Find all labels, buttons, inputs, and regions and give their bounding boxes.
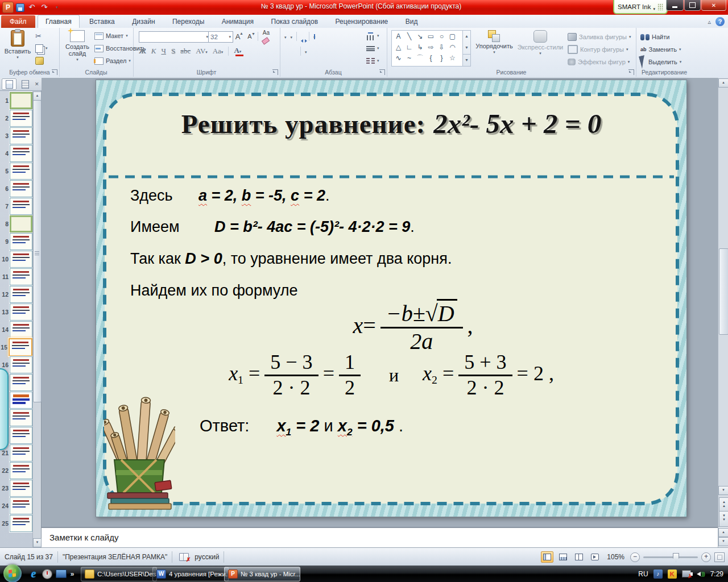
tab-review[interactable]: Рецензирование (328, 15, 396, 28)
slide-thumbnail-13[interactable]: 13 (0, 303, 32, 321)
columns-button[interactable]: ▾ (305, 48, 307, 55)
body-line-4[interactable]: Найдем их по формуле (130, 282, 297, 300)
text-shadow-button[interactable]: S (171, 47, 175, 56)
shape-icon[interactable]: ○ (436, 31, 447, 42)
slide-scrollbar[interactable]: ▲ ▼ ▲▲ ▼▼ (718, 78, 728, 526)
bullets-button[interactable]: ▾ (284, 33, 287, 40)
zoom-in-button[interactable]: + (701, 552, 711, 562)
line-spacing-button[interactable]: ▾ (313, 33, 316, 40)
shape-effects-button[interactable]: Эффекты фигур▾ (568, 57, 630, 67)
start-button[interactable] (3, 564, 22, 582)
font-size-combo[interactable]: 32▾ (208, 31, 233, 43)
bold-button[interactable]: Ж (139, 47, 146, 56)
drawing-dialog-launcher-icon[interactable] (628, 69, 634, 75)
normal-view-button[interactable] (541, 551, 553, 563)
notes-scrollbar[interactable]: ▲ ▼ (718, 527, 728, 547)
copy-button[interactable]: ▾ (35, 43, 48, 53)
body-line-3[interactable]: Так как D > 0, то уравнение имеет два ко… (130, 250, 452, 268)
paste-button[interactable]: Вставить ▾ (5, 30, 31, 59)
collapse-ribbon-icon[interactable]: ▵ (708, 18, 711, 26)
shape-icon[interactable]: ↘ (415, 31, 425, 42)
scroll-thumb[interactable] (719, 248, 728, 335)
tab-insert[interactable]: Вставка (82, 15, 122, 28)
panel-close-icon[interactable]: ✕ (35, 81, 39, 87)
text-direction-button[interactable]: ▾ (366, 31, 379, 41)
italic-button[interactable]: К (151, 47, 156, 56)
shape-icon[interactable]: ╲ (404, 31, 415, 42)
strikethrough-button[interactable]: abc (180, 47, 191, 56)
cut-button[interactable]: ✂ (35, 31, 42, 41)
shape-icon[interactable]: ↳ (415, 42, 425, 53)
shape-icon[interactable]: ∿ (393, 53, 404, 64)
select-button[interactable]: Выделить▾ (640, 57, 681, 67)
notes-scroll-up-icon[interactable]: ▲ (718, 528, 728, 537)
slide-thumbnail-23[interactable]: 23 (0, 479, 32, 497)
slide-thumbnail-12[interactable]: 12 (0, 285, 32, 303)
slide-thumbnail-24[interactable]: 24 (0, 497, 32, 514)
language-tray-indicator[interactable]: RU (638, 570, 648, 578)
zoom-slider-thumb[interactable] (673, 553, 679, 562)
formula-root-values[interactable]: x1 =5 − 32 · 2=12 и x2 =5 + 32 · 2= 2 , (96, 352, 686, 399)
redo-icon[interactable]: ↷ (39, 2, 49, 13)
shape-outline-button[interactable]: Контур фигуры▾ (568, 44, 628, 55)
language-indicator[interactable]: русский (195, 553, 219, 561)
slide-thumbnail-7[interactable]: 7 (0, 197, 32, 215)
maximize-button[interactable] (684, 0, 701, 11)
shapes-gallery-scroll[interactable]: ▲ ▼ ▼ (462, 30, 471, 66)
quick-styles-button[interactable]: Экспресс-стили ▾ (516, 30, 564, 55)
undo-icon[interactable]: ↶ (27, 2, 37, 13)
tab-file[interactable]: Файл (1, 15, 35, 28)
shape-icon[interactable]: ▢ (447, 31, 458, 42)
gallery-up-icon[interactable]: ▲ (463, 31, 470, 42)
tab-view[interactable]: Вид (398, 15, 425, 28)
slideshow-button[interactable] (589, 551, 601, 563)
find-button[interactable]: Найти (640, 32, 669, 42)
slide-thumbnail-8[interactable]: 8 (0, 215, 32, 232)
spellcheck-icon[interactable]: ✗ (179, 553, 189, 561)
slide-thumbnail-6[interactable]: 6 (0, 180, 32, 197)
taskbar-window-explorer[interactable]: C:\Users\USER\Desk... (81, 567, 157, 581)
slide-thumbnail-22[interactable]: 22 (0, 462, 32, 479)
font-color-button[interactable]: А▾ (234, 46, 241, 56)
tab-animations[interactable]: Анимация (214, 15, 261, 28)
clock-app-icon[interactable] (41, 567, 53, 580)
scroll-down-icon[interactable]: ▼ (718, 486, 728, 495)
shape-icon[interactable]: ▭ (425, 31, 436, 42)
format-painter-button[interactable] (35, 56, 44, 66)
gallery-down-icon[interactable]: ▼ (463, 42, 470, 53)
fit-to-window-button[interactable] (714, 552, 725, 562)
panel-scroll-up-icon[interactable]: ▲ (33, 92, 42, 101)
qat-customize-icon[interactable]: ▾ (52, 6, 62, 9)
panel-scrollbar[interactable]: ▲ ▼ (32, 92, 41, 547)
taskbar-window-powerpoint[interactable]: P№ 3 квад ур - Micr... (224, 567, 300, 581)
shape-fill-button[interactable]: Заливка фигуры▾ (568, 32, 631, 42)
network-tray-icon[interactable]: ✗ (682, 569, 691, 579)
replace-button[interactable]: abЗаменить▾ (640, 44, 681, 55)
zoom-out-button[interactable]: − (630, 552, 640, 562)
minimize-button[interactable] (666, 0, 684, 11)
shape-icon[interactable]: ⇩ (436, 42, 447, 53)
zoom-slider[interactable] (643, 556, 698, 558)
quick-launch-overflow-icon[interactable]: » (68, 567, 76, 580)
slide-thumbnail-10[interactable]: 10 (0, 250, 32, 268)
slide-thumbnail-2[interactable]: 2 (0, 109, 32, 127)
slide-thumbnail-5[interactable]: 5 (0, 162, 32, 180)
underline-button[interactable]: Ч (162, 47, 166, 56)
font-name-combo[interactable]: ▾ (139, 31, 210, 43)
taskbar-window-word[interactable]: W4 уравнения [Режи... (152, 567, 229, 581)
close-button[interactable]: ✕ (701, 0, 726, 11)
grow-font-button[interactable]: А▲ (232, 32, 243, 41)
clipboard-dialog-launcher-icon[interactable] (52, 69, 57, 75)
new-slide-button[interactable]: Создать слайд ▾ (63, 30, 92, 61)
body-line-2[interactable]: ИмеемD = b²- 4ac = (-5)²- 4·2·2 = 9. (130, 218, 415, 236)
character-spacing-button[interactable]: AV▾ (196, 47, 208, 56)
shape-icon[interactable]: A (393, 31, 404, 42)
shrink-font-button[interactable]: А▼ (244, 33, 255, 40)
next-slide-button[interactable]: ▼▼ (719, 511, 728, 527)
shape-icon[interactable]: } (436, 53, 447, 64)
font-dialog-launcher-icon[interactable] (272, 69, 278, 75)
shape-icon[interactable]: { (425, 53, 436, 64)
slide-thumbnail-4[interactable]: 4 (0, 144, 32, 162)
arrange-button[interactable]: Упорядочить ▾ (474, 30, 514, 54)
convert-smartart-button[interactable]: ▾ (366, 56, 379, 66)
